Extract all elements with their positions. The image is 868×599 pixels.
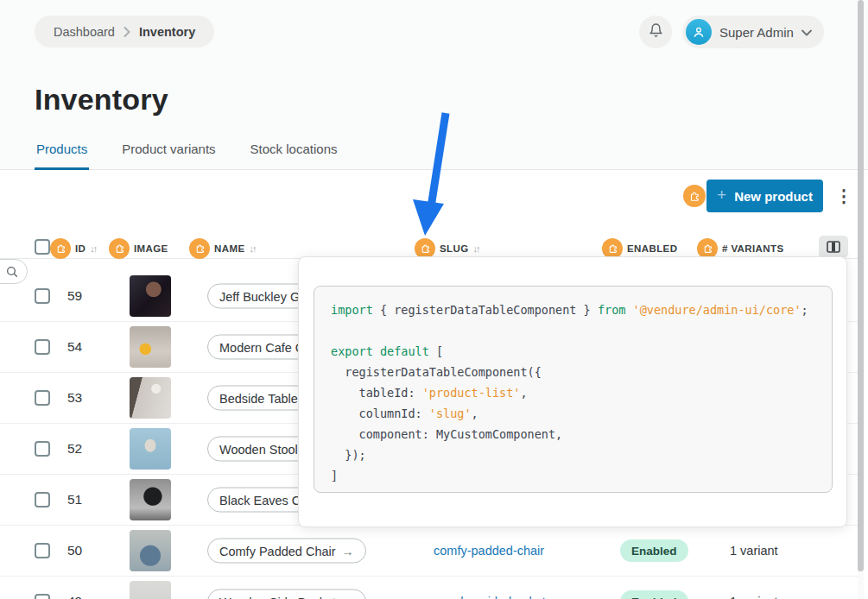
tab-bar: ProductsProduct variantsStock locations [35,142,339,170]
code-line [331,320,832,341]
row-checkbox[interactable] [35,390,50,406]
product-slug-link[interactable]: wooden-side-basket [434,595,546,599]
code-line: component: MyCustomComponent, [331,424,832,445]
table-row: 49Wooden Side Basket→wooden-side-basketE… [0,577,858,599]
code-block: import { registerDataTableComponent } fr… [314,286,833,493]
extension-badge-icon[interactable] [602,238,623,259]
product-image[interactable] [130,428,171,470]
product-id: 49 [67,594,82,599]
column-label: ENABLED [627,243,677,254]
row-checkbox[interactable] [35,543,50,558]
column-header-image[interactable]: IMAGE [109,237,168,259]
column-label: NAME [214,243,244,254]
page-title: Inventory [35,83,168,117]
new-product-label: New product [734,189,813,204]
search-icon [5,265,19,279]
tab-products[interactable]: Products [35,142,89,170]
product-slug-link[interactable]: comfy-padded-chair [434,544,544,558]
product-name: Bedside Table [219,391,298,405]
breadcrumb-dashboard[interactable]: Dashboard [54,25,115,39]
user-menu[interactable]: Super Admin [682,16,824,48]
page-header: Dashboard Inventory Super Admin Inventor… [0,0,868,170]
breadcrumb-inventory[interactable]: Inventory [139,25,195,39]
product-name-button[interactable]: Comfy Padded Chair→ [207,539,366,564]
sort-icon[interactable]: ↓↑ [249,243,255,254]
row-checkbox[interactable] [35,492,50,508]
more-actions-button[interactable]: ⋮ [834,184,853,208]
table-row: 50Comfy Padded Chair→comfy-padded-chairE… [0,526,858,577]
breadcrumb: Dashboard Inventory [35,16,214,47]
scrollbar-track [858,0,864,599]
extension-badge-icon[interactable] [697,238,718,259]
column-label: IMAGE [134,243,168,254]
row-checkbox[interactable] [35,288,50,304]
column-label: SLUG [440,243,469,254]
product-image[interactable] [130,479,171,520]
product-image[interactable] [130,377,171,419]
tab-product-variants[interactable]: Product variants [120,142,217,170]
variant-count: 1 variant [730,544,778,558]
user-name: Super Admin [719,25,794,40]
code-line: export default [ [331,341,832,362]
plus-icon: + [717,186,726,205]
product-name-button[interactable]: Wooden Side Basket→ [207,590,366,599]
arrow-right-icon: → [342,544,354,558]
column-label: ID [75,243,86,254]
code-line: tableId: 'product-list', [331,382,832,403]
product-name: Wooden Stool [219,442,298,456]
column-picker-button[interactable] [819,236,848,258]
search-button[interactable] [0,259,28,284]
extension-badge-icon[interactable] [50,238,71,259]
inventory-page: Dashboard Inventory Super Admin Inventor… [0,0,868,599]
product-name: Comfy Padded Chair [219,544,336,558]
code-line: }); [331,445,832,465]
product-image[interactable] [130,275,171,317]
status-badge: Enabled [620,590,688,599]
row-checkbox[interactable] [35,339,50,355]
variant-count: 1 variant [730,595,778,599]
status-badge: Enabled [620,539,688,562]
tab-stock-locations[interactable]: Stock locations [249,142,339,170]
product-name: Wooden Side Basket [219,595,336,599]
product-id: 50 [67,543,82,558]
product-id: 51 [67,492,82,508]
code-line: columnId: 'slug', [331,403,832,424]
avatar [686,19,712,45]
columns-icon [827,241,840,253]
code-line: registerDataTableComponent({ [331,362,832,382]
product-id: 52 [67,441,82,457]
sort-icon[interactable]: ↓↑ [473,243,479,254]
chevron-right-icon [124,27,130,37]
chevron-down-icon [801,24,812,40]
sort-icon[interactable]: ↓↑ [90,243,96,254]
code-popup: import { registerDataTableComponent } fr… [298,256,847,527]
column-label: # VARIANTS [722,243,784,254]
column-header-id[interactable]: ID↓↑ [50,237,96,259]
row-checkbox[interactable] [35,441,50,457]
extension-badge-icon[interactable] [189,238,210,259]
column-header-name[interactable]: NAME↓↑ [189,237,255,259]
product-image[interactable] [130,326,171,368]
scrollbar-thumb[interactable] [858,0,864,571]
product-image[interactable] [130,581,171,599]
product-id: 53 [67,390,82,406]
extension-badge-icon[interactable] [683,185,706,207]
notifications-button[interactable] [639,16,672,48]
bell-icon [649,22,663,41]
new-product-button[interactable]: + New product [706,180,823,212]
extension-badge-icon[interactable] [415,238,435,259]
extension-badge-icon[interactable] [109,238,130,259]
arrow-right-icon: → [342,595,354,599]
code-line: import { registerDataTableComponent } fr… [331,300,832,320]
row-checkbox[interactable] [35,594,50,599]
select-all-checkbox[interactable] [35,239,50,255]
product-id: 54 [67,339,82,355]
code-line: ] [331,465,832,486]
product-image[interactable] [130,530,171,571]
product-id: 59 [67,288,82,304]
